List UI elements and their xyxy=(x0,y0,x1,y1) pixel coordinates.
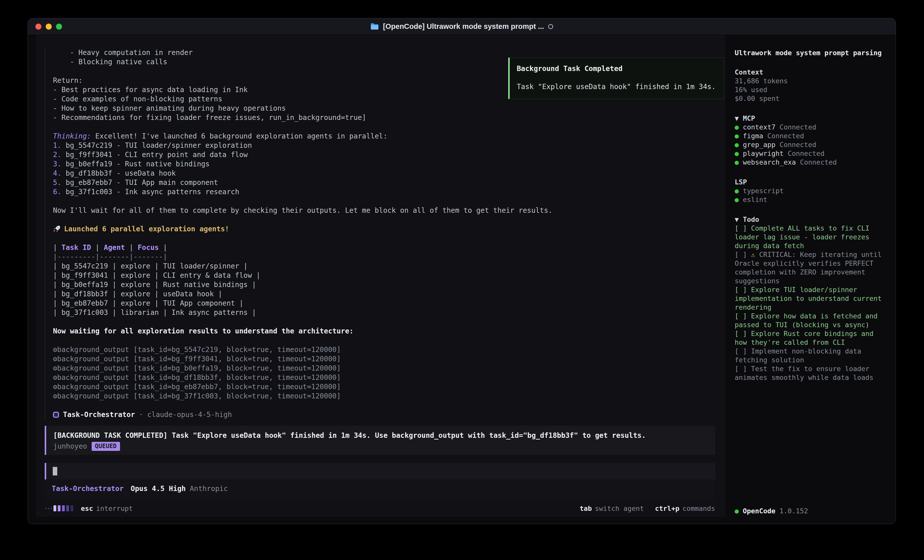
text-line: [ ] Implement non-blocking data fetching… xyxy=(735,347,885,364)
app-window: [OpenCode] Ultrawork mode system prompt … xyxy=(28,18,896,524)
text-line: ● figma Connected xyxy=(735,132,885,140)
text-line: ● eslint xyxy=(735,195,885,204)
composer-agent-name: Task-Orchestrator xyxy=(52,484,124,493)
toast-title: Background Task Completed xyxy=(517,64,719,73)
text-line: $0.00 spent xyxy=(735,94,885,103)
text-cursor xyxy=(53,467,57,475)
text-line: [ ] Complete ALL tasks to fix CLI loader… xyxy=(735,224,885,250)
close-button[interactable] xyxy=(35,24,41,30)
tab-hint: tab switch agent xyxy=(580,505,644,512)
text-line: 4. bg_df18bb3f - useData hook xyxy=(53,169,715,178)
app-body: - Heavy computation in render - Blocking… xyxy=(28,35,896,524)
window-controls xyxy=(35,24,62,30)
text-line xyxy=(53,401,715,410)
message-lines: | Task ID | Agent | Focus ||---------|--… xyxy=(53,234,715,410)
app-name: OpenCode xyxy=(743,506,776,515)
text-line: | Task ID | Agent | Focus | xyxy=(53,243,715,252)
composer-model-name: Opus 4.5 High xyxy=(131,484,186,493)
esc-action-label: interrupt xyxy=(96,505,133,512)
mcp-header[interactable]: ▼ MCP xyxy=(735,114,885,123)
agent-icon xyxy=(53,412,59,418)
title-bar: [OpenCode] Ultrawork mode system prompt … xyxy=(28,18,896,35)
lsp-server-list: ● typescript● eslint xyxy=(735,186,885,204)
text-line: [ ] Explore how data is fetched and pass… xyxy=(735,311,885,329)
assistant-message: - Heavy computation in render - Blocking… xyxy=(45,48,715,419)
text-line: ⚙background_output [task_id=bg_5547c219,… xyxy=(53,345,715,354)
text-line: |---------|-------|-------| xyxy=(53,252,715,261)
todo-section: ▼ Todo [ ] Complete ALL tasks to fix CLI… xyxy=(735,215,885,382)
text-line xyxy=(53,196,715,206)
text-line: ● typescript xyxy=(735,186,885,195)
minimize-button[interactable] xyxy=(46,24,52,30)
esc-hint: esc interrupt xyxy=(81,505,133,512)
status-circle-icon xyxy=(548,24,553,29)
conversation-area[interactable]: - Heavy computation in render - Blocking… xyxy=(36,35,725,502)
zoom-button[interactable] xyxy=(56,24,62,30)
agent-separator: · xyxy=(139,410,143,419)
agent-status-line: Task-Orchestrator · claude-opus-4-5-high xyxy=(53,410,715,419)
text-line: - Heavy computation in render xyxy=(53,48,715,57)
agent-model: claude-opus-4-5-high xyxy=(147,410,232,419)
text-line: Now waiting for all exploration results … xyxy=(53,326,715,336)
todo-list: [ ] Complete ALL tasks to fix CLI loader… xyxy=(735,224,885,382)
commands-hint: ctrl+p commands xyxy=(655,505,715,512)
text-line: ⚙background_output [task_id=bg_eb87ebb7,… xyxy=(53,382,715,391)
text-line: 5. bg_eb87ebb7 - TUI App main component xyxy=(53,178,715,187)
rocket-announcement-line: Launched 6 parallel exploration agents! xyxy=(53,224,715,234)
todo-header[interactable]: ▼ Todo xyxy=(735,215,885,224)
text-line: 6. bg_37f1c003 - Ink async patterns rese… xyxy=(53,187,715,196)
composer-meta: Task-Orchestrator Opus 4.5 High Anthropi… xyxy=(45,479,715,499)
text-line: - How to keep spinner animating during h… xyxy=(53,103,715,113)
text-line xyxy=(53,234,715,243)
tab-key-label: tab xyxy=(580,505,592,512)
folder-icon xyxy=(370,23,379,30)
window-title-text: [OpenCode] Ultrawork mode system prompt … xyxy=(383,22,544,31)
app-version-footer: ● OpenCode 1.0.152 xyxy=(735,506,808,515)
online-dot-icon: ● xyxy=(735,506,739,515)
text-line: 1. bg_5547c219 - TUI loader/spinner expl… xyxy=(53,141,715,150)
background-task-toast[interactable]: Background Task Completed Task "Explore … xyxy=(508,57,724,99)
terminal-panel: - Heavy computation in render - Blocking… xyxy=(36,35,725,517)
username: junhoyeo xyxy=(53,442,87,451)
rocket-announcement-text: Launched 6 parallel exploration agents! xyxy=(64,224,229,234)
text-line: [ ] Explore TUI loader/spinner implement… xyxy=(735,285,885,311)
composer: Task-Orchestrator Opus 4.5 High Anthropi… xyxy=(45,463,715,499)
completed-message-meta: junhoyeo QUEUED xyxy=(53,442,708,451)
text-line: ● websearch_exa Connected xyxy=(735,158,885,166)
agent-name: Task-Orchestrator xyxy=(63,410,135,419)
tab-action-label: switch agent xyxy=(595,505,644,512)
text-line: | bg_5547c219 | explore | TUI loader/spi… xyxy=(53,261,715,271)
text-line xyxy=(53,336,715,345)
text-line: ● playwright Connected xyxy=(735,149,885,158)
text-line: | bg_eb87ebb7 | explore | TUI App compon… xyxy=(53,299,715,308)
text-line xyxy=(53,215,715,224)
sidebar: Ultrawork mode system prompt parsing Con… xyxy=(725,35,896,524)
text-line: 2. bg_f9ff3041 - CLI entry point and dat… xyxy=(53,150,715,159)
text-line: | bg_b0effa19 | explore | Rust native bi… xyxy=(53,280,715,289)
text-line: | bg_f9ff3041 | explore | CLI entry & da… xyxy=(53,271,715,280)
text-line: | bg_37f1c003 | librarian | Ink async pa… xyxy=(53,308,715,317)
progress-spinner-icon xyxy=(45,505,74,511)
ctrlp-key-label: ctrl+p xyxy=(655,505,680,512)
text-line xyxy=(53,122,715,132)
sidebar-title: Ultrawork mode system prompt parsing xyxy=(735,48,885,57)
text-line xyxy=(53,317,715,326)
ctrlp-action-label: commands xyxy=(682,505,715,512)
text-line: | bg_df18bb3f | explore | useData hook | xyxy=(53,289,715,299)
composer-provider-name: Anthropic xyxy=(190,484,228,493)
mcp-server-list: ● context7 Connected● figma Connected● g… xyxy=(735,123,885,166)
mcp-section: ▼ MCP ● context7 Connected● figma Connec… xyxy=(735,114,885,166)
text-line: Thinking: Excellent! I've launched 6 bac… xyxy=(53,132,715,141)
context-stats: 31,686 tokens16% used$0.00 spent xyxy=(735,76,885,103)
text-line: ⚙background_output [task_id=bg_b0effa19,… xyxy=(53,364,715,373)
context-header: Context xyxy=(735,68,885,76)
window-title: [OpenCode] Ultrawork mode system prompt … xyxy=(370,22,553,31)
text-line: 3. bg_b0effa19 - Rust native bindings xyxy=(53,159,715,169)
text-line: ● context7 Connected xyxy=(735,123,885,132)
text-line: 31,686 tokens xyxy=(735,76,885,85)
prompt-input[interactable] xyxy=(45,463,715,479)
text-line: ⚙background_output [task_id=bg_df18bb3f,… xyxy=(53,373,715,382)
text-line: 16% used xyxy=(735,85,885,94)
text-line: [ ] Test the fix to ensure loader animat… xyxy=(735,364,885,382)
completed-message-text: [BACKGROUND TASK COMPLETED] Task "Explor… xyxy=(53,431,708,440)
